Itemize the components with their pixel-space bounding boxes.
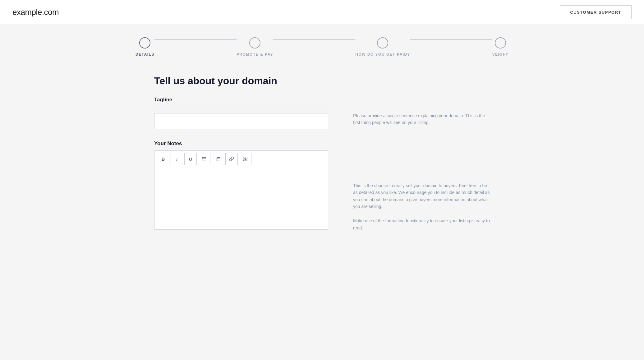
svg-text:3: 3 [216, 159, 217, 161]
step-verify: VERIFY [492, 37, 508, 57]
underline-button[interactable]: U [184, 153, 197, 165]
notes-helper-text-1: This is the chance to really sell your d… [353, 182, 490, 210]
main-content: Tell us about your domain Tagline Your N… [117, 63, 527, 253]
form-right: Please provide a single sentence explain… [353, 97, 490, 241]
svg-point-3 [202, 157, 203, 158]
notes-helper-text-2: Make use of the formatting functionality… [353, 217, 490, 231]
italic-button[interactable]: I [171, 153, 183, 165]
form-left: Tagline Your Notes B I U [154, 97, 328, 241]
tagline-field-group: Tagline [154, 97, 328, 129]
unordered-list-icon [202, 156, 207, 161]
step-connector-2 [273, 39, 355, 40]
step-connector-3 [410, 39, 492, 40]
step-payment: HOW DO YOU GET PAID? [355, 37, 410, 57]
link-icon [229, 156, 234, 161]
unlink-icon [243, 156, 248, 161]
form-layout: Tagline Your Notes B I U [154, 97, 490, 241]
step-label-payment: HOW DO YOU GET PAID? [355, 52, 410, 57]
svg-rect-8 [217, 160, 220, 160]
svg-point-4 [202, 159, 203, 159]
notes-field-group: Your Notes B I U [154, 141, 328, 230]
tagline-label: Tagline [154, 97, 328, 103]
svg-rect-2 [203, 160, 206, 160]
bold-button[interactable]: B [157, 153, 169, 165]
step-circle-verify [495, 37, 506, 48]
step-details: DETAILS [136, 37, 154, 57]
step-connector-1 [154, 39, 237, 40]
notes-editor-area[interactable] [154, 167, 328, 229]
ordered-list-button[interactable]: 1 2 3 [212, 153, 224, 165]
svg-rect-1 [203, 159, 206, 159]
page-title: Tell us about your domain [154, 75, 490, 87]
step-circle-payment [377, 37, 388, 48]
step-label-promote: PROMOTE & PAY [237, 52, 273, 57]
logo: example.com [12, 7, 59, 17]
customer-support-button[interactable]: CUSTOMER SUPPORT [560, 5, 632, 19]
svg-point-5 [202, 160, 203, 160]
unlink-button[interactable] [239, 153, 251, 165]
svg-rect-0 [203, 157, 206, 158]
svg-rect-6 [217, 157, 220, 158]
svg-rect-7 [217, 159, 220, 159]
unordered-list-button[interactable] [198, 153, 210, 165]
header: example.com CUSTOMER SUPPORT [0, 0, 644, 25]
notes-editor-container: B I U [154, 150, 328, 230]
step-label-verify: VERIFY [492, 52, 508, 57]
step-circle-promote [249, 37, 260, 48]
tagline-helper-text: Please provide a single sentence explain… [353, 112, 490, 126]
notes-label: Your Notes [154, 141, 328, 147]
link-button[interactable] [225, 153, 238, 165]
tagline-input[interactable] [154, 113, 328, 129]
ordered-list-icon: 1 2 3 [215, 156, 220, 161]
tagline-divider [154, 107, 328, 107]
steps-row: DETAILS PROMOTE & PAY HOW DO YOU GET PAI… [136, 37, 508, 57]
step-circle-details [139, 37, 150, 48]
step-label-details: DETAILS [136, 52, 154, 57]
step-promote: PROMOTE & PAY [237, 37, 273, 57]
progress-container: DETAILS PROMOTE & PAY HOW DO YOU GET PAI… [0, 25, 644, 63]
editor-toolbar: B I U [154, 151, 328, 167]
